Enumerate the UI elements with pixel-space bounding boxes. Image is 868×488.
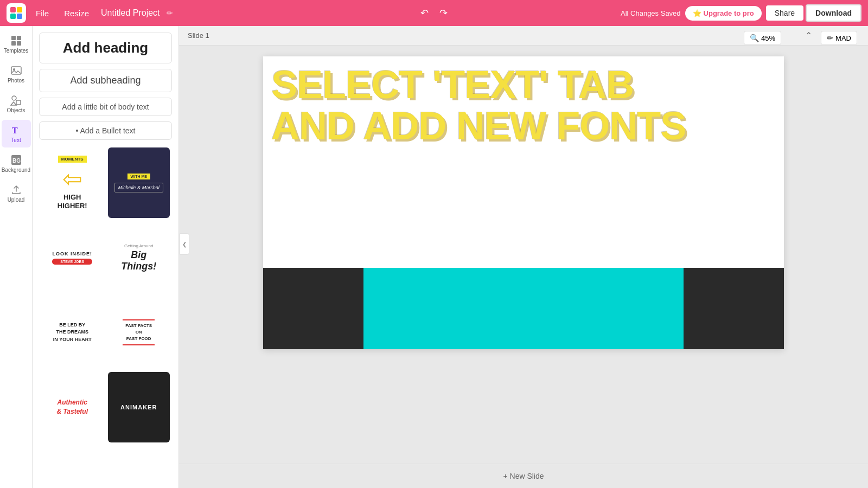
redo-button[interactable]: ↷ <box>436 5 451 21</box>
lookside-steve-btn: STEVE JOBS <box>52 259 92 265</box>
add-body-button[interactable]: Add a little bit of body text <box>39 98 172 116</box>
svg-rect-0 <box>10 7 16 12</box>
star-icon: ⭐ <box>693 9 701 17</box>
color-block-left <box>263 268 363 349</box>
wand-icon: ✏ <box>827 34 833 42</box>
canvas-title-line2: AND ADD NEW FONTS <box>271 106 773 147</box>
template-authentic[interactable]: Authentic& Tasteful <box>41 372 104 442</box>
slide-canvas[interactable]: SELECT 'TEXT' TAB AND ADD NEW FONTS <box>263 56 784 349</box>
template-beled[interactable]: BE LED BYTHE DREAMSIN YOUR HEART <box>41 297 104 368</box>
canvas-title-line1: SELECT 'TEXT' TAB <box>271 65 773 106</box>
sidebar-item-objects[interactable]: Objects <box>2 90 31 118</box>
sidebar-upload-label: Upload <box>8 197 25 203</box>
save-status: All Changes Saved <box>621 9 681 17</box>
sidebar-item-background[interactable]: BG Background <box>2 150 31 177</box>
svg-rect-4 <box>11 36 16 40</box>
template-lookside[interactable]: LOOK INSIDE! STEVE JOBS <box>41 222 104 293</box>
sidebar-templates-label: Templates <box>4 48 29 54</box>
zoom-icon: 🔍 <box>750 34 759 42</box>
collapse-panel-button[interactable]: ❮ <box>180 233 189 255</box>
svg-rect-6 <box>11 41 16 46</box>
fastfacts-text: FAST FACTSONFAST FOOD <box>125 323 152 342</box>
text-panel: Add heading Add subheading Add a little … <box>33 26 179 488</box>
color-block-center <box>363 268 684 349</box>
fastfacts-bottom-line <box>123 344 155 345</box>
svg-rect-1 <box>17 7 22 12</box>
zoom-control[interactable]: 🔍 45% <box>744 31 781 45</box>
undo-redo-controls: ↶ ↷ <box>417 5 451 21</box>
moments-high-text: HIGHHIGHER! <box>58 193 87 210</box>
svg-rect-3 <box>17 14 22 19</box>
template-bigthings[interactable]: Getting Around Big Things! <box>108 222 170 293</box>
svg-rect-11 <box>16 100 21 105</box>
sidebar-item-photos[interactable]: Photos <box>2 60 31 88</box>
project-title: Untitled Project <box>101 8 160 18</box>
sidebar-text-label: Text <box>11 137 21 143</box>
canvas-area: Slide 1 ⌃ ⌄ ▭ ✚ 🔍 45% ✏ MAD SELECT 'TEXT… <box>179 26 868 488</box>
template-withme[interactable]: WITH ME Michelle & Marshal <box>108 147 170 218</box>
svg-rect-2 <box>10 14 16 19</box>
lookside-look-text: LOOK INSIDE! <box>52 251 92 256</box>
add-bullet-button[interactable]: • Add a Bullet text <box>39 121 172 140</box>
sidebar-item-templates[interactable]: Templates <box>2 30 31 58</box>
add-heading-button[interactable]: Add heading <box>39 33 172 63</box>
color-block-right <box>684 268 784 349</box>
template-fastfacts[interactable]: FAST FACTSONFAST FOOD <box>108 297 170 368</box>
edit-icon[interactable]: ✏ <box>167 9 173 17</box>
undo-button[interactable]: ↶ <box>417 5 432 21</box>
animaker-text: ANIMAKER <box>120 404 157 410</box>
authentic-text: Authentic& Tasteful <box>56 398 88 416</box>
main-area: Templates Photos Objects T Text <box>0 26 868 488</box>
resize-button[interactable]: Resize <box>59 7 94 20</box>
download-button[interactable]: Download <box>806 4 861 22</box>
navbar: File Resize Untitled Project ✏ ↶ ↷ All C… <box>0 0 868 26</box>
template-grid: MOMENTS ⇦ HIGHHIGHER! WITH ME Michelle &… <box>39 147 172 447</box>
fastfacts-top-line <box>123 319 155 320</box>
zoom-level: 45% <box>761 34 775 42</box>
template-moments[interactable]: MOMENTS ⇦ HIGHHIGHER! <box>41 147 104 218</box>
sidebar-objects-label: Objects <box>7 107 25 113</box>
bigthings-getting: Getting Around <box>112 243 166 248</box>
bigthings-big: Big Things! <box>112 249 166 272</box>
withme-tag: WITH ME <box>127 174 150 179</box>
mad-label: MAD <box>835 34 851 42</box>
template-animaker[interactable]: ANIMAKER <box>108 372 170 442</box>
logo-icon <box>7 3 26 23</box>
withme-name: Michelle & Marshal <box>114 183 163 192</box>
svg-point-10 <box>12 96 16 100</box>
upgrade-button[interactable]: ⭐ Upgrade to pro <box>685 6 762 21</box>
svg-rect-5 <box>17 36 21 40</box>
svg-text:T: T <box>12 126 18 135</box>
sidebar-photos-label: Photos <box>8 78 24 84</box>
add-subheading-button[interactable]: Add subheading <box>39 69 172 92</box>
upgrade-label: Upgrade to pro <box>704 9 754 17</box>
beled-text: BE LED BYTHE DREAMSIN YOUR HEART <box>53 322 92 344</box>
file-menu[interactable]: File <box>30 7 54 20</box>
svg-rect-7 <box>17 41 21 46</box>
sidebar-background-label: Background <box>2 167 30 173</box>
arrow-left-icon: ⇦ <box>62 167 82 191</box>
new-slide-button[interactable]: + New Slide <box>179 464 868 488</box>
nav-right: All Changes Saved ⭐ Upgrade to pro Share… <box>621 4 861 22</box>
svg-text:BG: BG <box>12 158 21 164</box>
canvas-container: SELECT 'TEXT' TAB AND ADD NEW FONTS <box>179 46 868 464</box>
slide-label: Slide 1 <box>188 31 209 40</box>
sidebar-item-upload[interactable]: Upload <box>2 179 31 207</box>
mad-control[interactable]: ✏ MAD <box>821 31 857 45</box>
slide-up-button[interactable]: ⌃ <box>803 29 814 42</box>
canvas-title[interactable]: SELECT 'TEXT' TAB AND ADD NEW FONTS <box>271 65 773 146</box>
moments-tag: MOMENTS <box>58 156 87 163</box>
sidebar-item-text[interactable]: T Text <box>2 120 31 147</box>
icon-sidebar: Templates Photos Objects T Text <box>0 26 33 488</box>
share-button[interactable]: Share <box>766 5 803 21</box>
svg-marker-12 <box>11 102 16 105</box>
